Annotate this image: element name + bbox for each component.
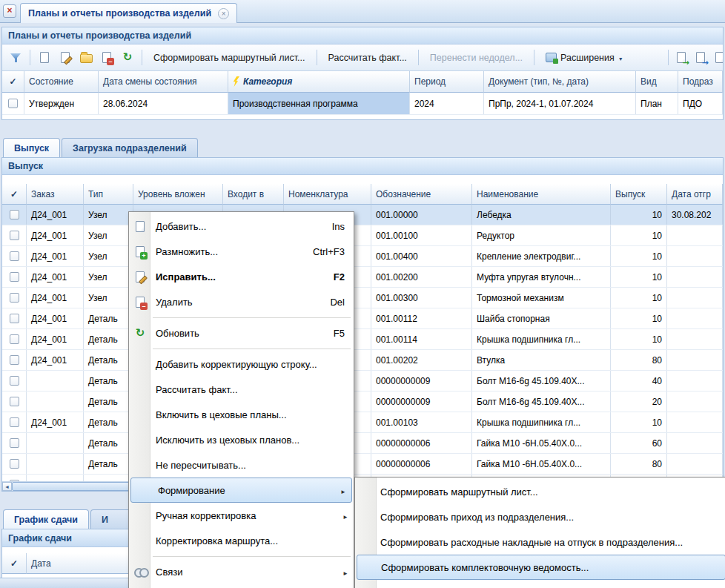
header-date[interactable]: Дата: [27, 553, 130, 574]
checkbox[interactable]: [8, 99, 18, 108]
table-row[interactable]: Д24_001 Узел 0 Д100000001 001.00000 Лебе…: [2, 205, 723, 225]
generate-route-sheet-button[interactable]: Сформировать маршрутный лист...: [147, 48, 312, 67]
header-order[interactable]: Заказ: [27, 184, 84, 205]
extensions-button[interactable]: Расширения: [539, 48, 630, 67]
checkbox[interactable]: [10, 438, 19, 448]
header-parent[interactable]: Входит в: [223, 184, 284, 205]
table-row[interactable]: Утвержден 28.06.2024 Производственная пр…: [2, 93, 723, 115]
open-button[interactable]: [76, 48, 96, 67]
menu-item-route-correction[interactable]: Корректировка маршрута...: [129, 528, 354, 553]
row-checkbox-cell: [2, 308, 27, 328]
table-row[interactable]: Д24_001 Узел 001.00100 Редуктор 10: [2, 225, 723, 246]
edit-button[interactable]: [56, 48, 75, 67]
table-row[interactable]: Д24_001 Деталь 001.00114 Крышка подшипни…: [2, 329, 723, 350]
cell-ship-date: [667, 329, 723, 349]
checkbox[interactable]: [10, 231, 19, 240]
table-row[interactable]: Д24_001 Узел 001.00400 Крепление электро…: [2, 246, 723, 267]
more-actions-button[interactable]: [710, 48, 724, 67]
delete-button[interactable]: [97, 48, 116, 67]
header-category[interactable]: Категория: [228, 71, 410, 93]
header-ship-date[interactable]: Дата отгр: [667, 184, 723, 205]
submenu-item-incoming[interactable]: Сформировать приход из подразделения...: [355, 504, 725, 529]
checkbox[interactable]: [10, 272, 19, 282]
tab-output[interactable]: Выпуск: [3, 138, 60, 157]
checkbox[interactable]: [10, 417, 19, 427]
table-row[interactable]: Деталь 00000000009 Болт М16-6g 45.109.40…: [2, 392, 723, 412]
scroll-left-button[interactable]: [2, 482, 12, 491]
submenu-item-invoices[interactable]: Сформировать расходные накладные на отпу…: [355, 529, 725, 555]
header-state-date[interactable]: Дата смены состояния: [99, 71, 228, 93]
tab-close-icon[interactable]: ×: [218, 8, 229, 19]
checkbox[interactable]: [10, 293, 19, 303]
checkbox[interactable]: [10, 355, 19, 365]
cell-qty: 20: [611, 392, 667, 412]
checkbox[interactable]: [10, 334, 19, 344]
table-row[interactable]: Д24_001 Узел 001.00300 Тормозной механиз…: [2, 288, 723, 308]
menu-item-add[interactable]: Добавить... Ins: [129, 214, 354, 239]
menu-item-edit[interactable]: Исправить... F2: [129, 264, 354, 289]
menu-item-include-shop-plans[interactable]: Включить в цеховые планы...: [129, 402, 354, 427]
table-row[interactable]: Деталь 00000000009 Болт М16-6g 45.109.40…: [2, 371, 723, 392]
toolbar-separator: [534, 50, 534, 65]
cell-qty: 10: [611, 267, 667, 287]
filter-button[interactable]: [6, 48, 25, 67]
table-row[interactable]: Д24_001 Деталь 001.00112 Шайба стопорная…: [2, 308, 723, 329]
table-row[interactable]: Д24_001 Деталь 001.00103 Крышка подшипни…: [2, 412, 723, 433]
document-tab[interactable]: Планы и отчеты производства изделий ×: [20, 3, 237, 23]
checkbox[interactable]: [10, 251, 19, 261]
header-designation[interactable]: Обозначение: [371, 184, 472, 205]
checkbox[interactable]: [10, 210, 19, 219]
cell-type: Деталь: [84, 371, 133, 391]
header-document[interactable]: Документ (тип, №, дата): [484, 71, 636, 93]
checkbox[interactable]: [10, 397, 19, 406]
menu-item-duplicate[interactable]: Размножить... Ctrl+F3: [129, 239, 354, 264]
menu-item-links[interactable]: Связи: [129, 559, 354, 584]
calculate-fact-button[interactable]: Рассчитать факт...: [322, 48, 414, 67]
checkbox[interactable]: [10, 459, 19, 469]
cell-designation: 00000000006: [371, 454, 472, 474]
tab-schedule[interactable]: График сдачи: [3, 509, 89, 529]
menu-item-manual-correction[interactable]: Ручная корректировка: [129, 503, 354, 528]
header-period[interactable]: Период: [410, 71, 484, 93]
cell-designation: 001.00202: [371, 350, 472, 370]
header-state[interactable]: Состояние: [24, 71, 99, 93]
menu-item-add-correction-row[interactable]: Добавить корректирующую строку...: [129, 351, 354, 377]
export-button[interactable]: [672, 48, 691, 67]
checkbox[interactable]: [10, 314, 19, 323]
menu-item-calc-fact[interactable]: Рассчитать факт...: [129, 377, 354, 402]
menu-item-partial[interactable]: [129, 584, 354, 588]
header-name[interactable]: Наименование: [472, 184, 611, 205]
cell-order: Д24_001: [27, 329, 84, 349]
menu-item-refresh[interactable]: Обновить F5: [129, 320, 354, 346]
import-button[interactable]: [691, 48, 710, 67]
table-row[interactable]: Деталь 00000000006 Гайка М10 -6Н.05.40Х.…: [2, 454, 723, 475]
header-select-column[interactable]: ✓: [2, 184, 27, 205]
table-row[interactable]: Д24_001 Деталь 001.00202 Втулка 80: [2, 350, 723, 371]
header-kind[interactable]: Вид: [636, 71, 678, 93]
menu-item-no-recalc[interactable]: Не пересчитывать...: [129, 452, 354, 478]
menu-item-forming[interactable]: Формирование: [130, 478, 352, 503]
table-row[interactable]: Деталь 00000000006 Гайка М10 -6Н.05.40Х.…: [2, 433, 723, 454]
menu-item-label: Связи: [151, 566, 182, 578]
checkbox[interactable]: [10, 376, 19, 386]
submenu-item-picking-list[interactable]: Сформировать комплектовочную ведомость..…: [357, 555, 725, 580]
header-nomenclature[interactable]: Номенклатура: [284, 184, 371, 205]
cell-ship-date: [667, 288, 723, 308]
add-button[interactable]: [35, 48, 54, 67]
header-select-column[interactable]: ✓: [2, 71, 24, 93]
menu-item-delete[interactable]: Удалить Del: [129, 289, 354, 314]
refresh-button[interactable]: [118, 48, 137, 67]
open-folder-icon: [80, 54, 93, 63]
header-select-column[interactable]: ✓: [2, 553, 27, 574]
table-row[interactable]: Д24_001 Узел 001.00200 Муфта упругая вту…: [2, 267, 723, 288]
header-type[interactable]: Тип: [84, 184, 133, 205]
menu-item-exclude-shop-plans[interactable]: Исключить из цеховых планов...: [129, 427, 354, 452]
edit-document-icon: [59, 51, 72, 65]
menu-item-label: Ручная корректировка: [151, 510, 256, 521]
header-level[interactable]: Уровень вложен: [133, 184, 223, 205]
close-all-tabs-button[interactable]: ×: [3, 4, 16, 18]
submenu-item-route-sheet[interactable]: Сформировать маршрутный лист...: [355, 479, 725, 504]
header-qty[interactable]: Выпуск: [611, 184, 667, 205]
tab-load[interactable]: Загрузка подразделений: [62, 138, 198, 157]
header-division[interactable]: Подраз: [678, 71, 723, 93]
